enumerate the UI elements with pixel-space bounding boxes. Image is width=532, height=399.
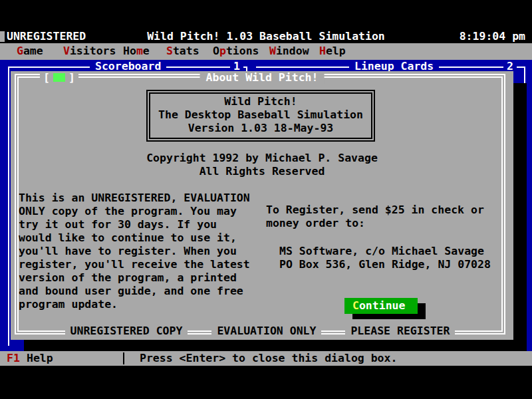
evaluation-notice-text: This is an UNREGISTERED, EVALUATION ONLY… bbox=[19, 192, 250, 311]
footer-please-register: PLEASE REGISTER bbox=[345, 325, 455, 338]
status-message: Press <Enter> to close this dialog box. bbox=[140, 352, 397, 365]
menu-item-options[interactable]: Options bbox=[213, 45, 259, 58]
menu-item-window[interactable]: Window bbox=[269, 45, 309, 58]
menu-item-visitors[interactable]: Visitors bbox=[63, 45, 116, 58]
dialog-title: About Wild Pitch! bbox=[200, 71, 325, 84]
app-title-bar: UNREGISTERED Wild Pitch! 1.03 Baseball S… bbox=[0, 30, 532, 43]
dos-screen: UNREGISTERED Wild Pitch! 1.03 Baseball S… bbox=[0, 0, 532, 399]
menu-item-stats[interactable]: Stats bbox=[166, 45, 200, 58]
status-bar: F1 Help Press <Enter> to close this dial… bbox=[0, 351, 532, 366]
menu-item-help[interactable]: Help bbox=[319, 45, 346, 58]
register-instructions: To Register, send $25 in check or money … bbox=[266, 203, 484, 230]
close-button[interactable]: [] bbox=[40, 71, 78, 84]
program-info-box: Wild Pitch! The Desktop Baseball Simulat… bbox=[146, 90, 375, 142]
desktop: Scoreboard 1 Lineup Cards 2 [] About Wil… bbox=[0, 60, 532, 351]
continue-button[interactable]: Continue bbox=[344, 298, 418, 314]
clock: 8:19:04 pm bbox=[460, 30, 525, 43]
footer-evaluation-only: EVALUATION ONLY bbox=[211, 325, 321, 338]
f1-key-label[interactable]: F1 bbox=[7, 352, 20, 365]
menu-item-home[interactable]: Home bbox=[123, 45, 150, 58]
menu-item-game[interactable]: Game bbox=[17, 45, 43, 58]
dialog-footer: UNREGISTERED COPY EVALUATION ONLY PLEASE… bbox=[11, 325, 509, 338]
register-address: MS Software, c/o Michael Savage PO Box 5… bbox=[279, 245, 491, 271]
status-separator bbox=[123, 352, 124, 364]
menu-bar: Game Visitors Home Stats Options Window … bbox=[0, 43, 532, 60]
about-dialog: [] About Wild Pitch! Wild Pitch! The Des… bbox=[11, 71, 513, 340]
copyright-text: Copyright 1992 by Michael P. Savage All … bbox=[11, 152, 513, 178]
app-title: Wild Pitch! 1.03 Baseball Simulation bbox=[0, 30, 532, 43]
close-icon bbox=[53, 73, 65, 82]
scoreboard-window-left-border bbox=[8, 66, 9, 346]
help-label[interactable]: Help bbox=[27, 352, 53, 365]
footer-unregistered-copy: UNREGISTERED COPY bbox=[65, 325, 188, 338]
